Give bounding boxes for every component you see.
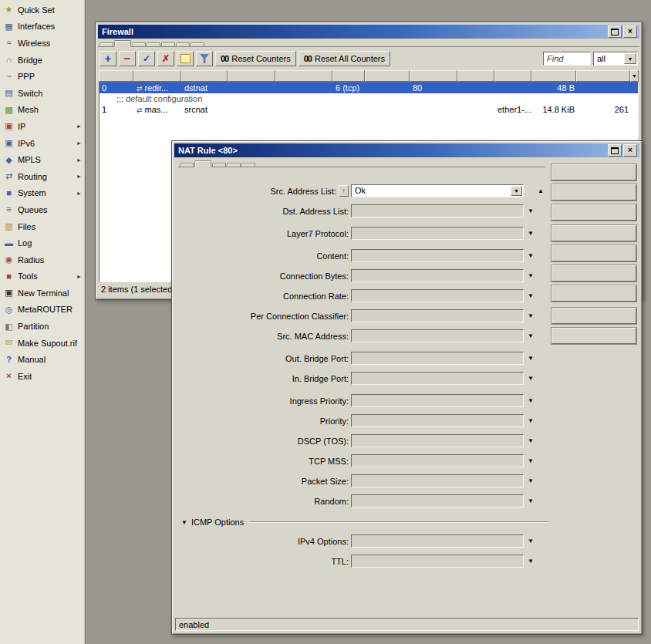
sidebar-item[interactable]: ▤ Switch ► [0,85,85,102]
dropdown-toggle-icon[interactable]: ▼ [524,207,538,214]
nat-rule-row-selected[interactable]: 0 ⇄redir... dstnat 6 (tcp) 80 48 B [100,83,638,93]
dialog-button[interactable] [551,164,636,180]
dropdown-toggle-icon[interactable]: ▼ [524,457,538,464]
comment-row[interactable]: ;;; default configuration [100,93,638,104]
sidebar-item[interactable]: ▣ IP ► [0,118,85,135]
field-input[interactable]: ▼ [351,289,524,302]
column-header[interactable] [494,70,531,82]
column-header[interactable] [181,70,228,82]
dropdown-toggle-icon[interactable]: ▼ [524,497,538,504]
firewall-tab[interactable] [161,42,175,46]
column-header[interactable] [531,70,576,82]
column-header[interactable] [99,70,133,82]
dropdown-toggle-icon[interactable]: ▼ [524,312,538,319]
column-header[interactable] [332,70,365,82]
dialog-button[interactable] [551,285,636,302]
field-input[interactable]: Ok ▼ [351,184,524,197]
disable-rule-button[interactable]: ✗ [157,51,174,66]
firewall-titlebar[interactable]: Firewall × [98,25,639,39]
dropdown-toggle-icon[interactable]: ▼ [524,477,538,484]
sidebar-item[interactable]: ~ PPP ► [0,68,85,85]
enable-rule-button[interactable]: ✓ [138,51,155,66]
comment-button[interactable] [177,51,194,66]
field-input[interactable]: ▼ [351,249,524,262]
firewall-tab[interactable] [147,42,160,46]
dialog-button[interactable] [551,328,636,344]
reset-counters-button[interactable]: 00 Reset Counters [215,51,296,66]
dropdown-toggle-icon[interactable]: ▼ [524,252,538,259]
sidebar-item[interactable]: ◎ MetaROUTER ► [0,302,85,319]
dropdown-toggle-icon[interactable]: ▼ [524,272,538,279]
dropdown-arrow-icon[interactable]: ▼ [624,53,636,64]
dialog-button[interactable] [551,204,636,221]
collapse-up-icon[interactable]: ▲ [538,187,547,194]
dropdown-toggle-icon[interactable]: ▼ [524,332,538,339]
dialog-tab[interactable] [180,163,194,167]
sidebar-item[interactable]: ∩ Bridge ► [0,52,85,69]
firewall-tab[interactable] [132,42,146,46]
firewall-tab[interactable] [176,42,190,46]
column-header[interactable] [410,70,457,82]
dialog-tab[interactable] [241,163,255,167]
sidebar-item[interactable]: ⇄ Routing ► [0,168,85,185]
firewall-tab[interactable] [114,40,131,47]
field-input[interactable]: ▼ [351,555,524,568]
dropdown-toggle-icon[interactable]: ▼ [524,355,538,362]
sidebar-item[interactable]: ▩ Mesh ► [0,102,85,119]
reset-all-counters-button[interactable]: 00 Reset All Counters [299,51,390,66]
field-input[interactable]: ▼ [351,494,524,507]
sidebar-item[interactable]: ✉ Make Supout.rif ► [0,335,85,352]
sidebar-item[interactable]: ◆ MPLS ► [0,151,85,168]
field-input[interactable]: ▼ [351,434,524,447]
sidebar-item[interactable]: ▦ Interfaces ► [0,19,85,35]
sidebar-item[interactable]: ▣ IPv6 ► [0,135,85,152]
dialog-button[interactable] [551,265,636,282]
column-header[interactable] [457,70,494,82]
field-input[interactable]: ▼ [351,414,524,427]
dialog-tab[interactable] [194,160,211,167]
filter-scope-dropdown[interactable]: all ▼ [593,52,638,66]
firewall-tab[interactable] [100,42,113,46]
field-input[interactable]: ▼ [351,329,524,342]
section-collapse-icon[interactable]: ▼ [181,519,187,526]
dropdown-toggle-icon[interactable]: ▼ [524,437,538,444]
sidebar-item[interactable]: ◉ Radius ► [0,251,85,268]
field-input[interactable]: ▼ [351,474,524,487]
sidebar-item[interactable]: ◧ Partition ► [0,318,85,335]
dropdown-toggle-icon[interactable]: ▼ [524,375,538,382]
field-input[interactable]: ▼ [351,227,524,240]
dropdown-toggle-icon[interactable]: ▼ [524,558,538,565]
maximize-button[interactable] [608,144,622,157]
sidebar-item[interactable]: ▣ New Terminal ► [0,285,85,302]
column-header[interactable] [275,70,332,82]
column-header[interactable] [576,70,630,82]
close-button[interactable]: × [623,144,637,157]
dialog-tab[interactable] [212,163,226,167]
dropdown-toggle-icon[interactable]: ▼ [524,230,538,237]
dropdown-toggle-icon[interactable]: ▼ [524,538,538,545]
dialog-tab[interactable] [227,163,241,167]
sidebar-item[interactable]: ▬ Log ► [0,234,85,251]
dialog-button[interactable] [551,245,636,261]
sidebar-item[interactable]: ▥ Files ► [0,218,85,235]
column-header[interactable] [365,70,410,82]
dropdown-toggle-icon[interactable]: ▼ [524,292,538,299]
field-input[interactable]: ▼ [351,534,524,548]
remove-rule-button[interactable]: − [119,51,136,66]
maximize-button[interactable] [608,25,622,38]
close-button[interactable]: × [623,25,637,38]
sidebar-item[interactable]: ■ Tools ► [0,268,85,285]
field-toggle-button[interactable]: ↑ [339,185,349,197]
dialog-button[interactable] [551,184,636,201]
dropdown-toggle-icon[interactable]: ▼ [524,417,538,424]
column-header[interactable] [133,70,181,82]
sidebar-item[interactable]: ★ Quick Set ► [0,2,85,19]
firewall-tab[interactable] [191,42,204,46]
find-input[interactable] [543,52,591,66]
sidebar-item[interactable]: × Exit ► [0,368,85,385]
filter-button[interactable] [196,51,213,66]
field-input[interactable]: ▼ [351,372,524,385]
sidebar-item[interactable]: ≡ Queues ► [0,201,85,218]
field-input[interactable]: ▼ [351,394,524,407]
dialog-button[interactable] [551,308,636,324]
